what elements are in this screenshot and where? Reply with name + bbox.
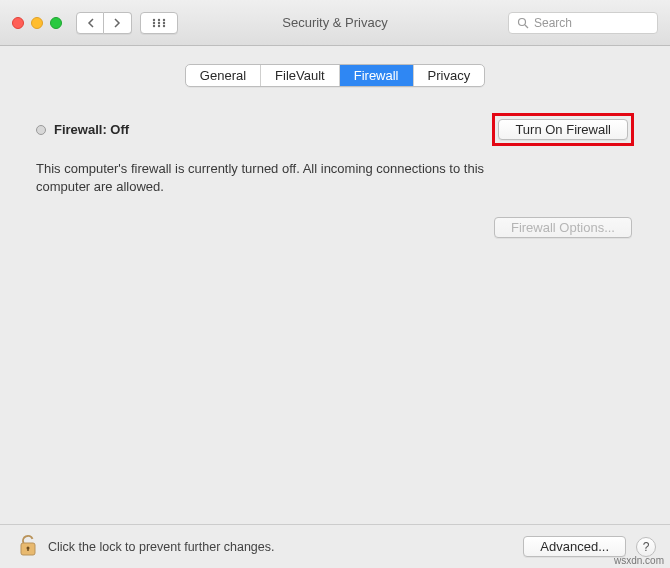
svg-point-1 xyxy=(158,18,160,20)
back-button[interactable] xyxy=(76,12,104,34)
lock-text: Click the lock to prevent further change… xyxy=(48,540,275,554)
lock-icon[interactable] xyxy=(18,533,38,560)
firewall-status-label: Firewall: Off xyxy=(54,122,129,137)
svg-point-4 xyxy=(158,21,160,23)
close-icon[interactable] xyxy=(12,17,24,29)
svg-point-3 xyxy=(153,21,155,23)
tab-filevault[interactable]: FileVault xyxy=(261,65,340,86)
tab-bar: General FileVault Firewall Privacy xyxy=(0,64,670,87)
search-icon xyxy=(517,17,529,29)
svg-point-2 xyxy=(163,18,165,20)
help-button[interactable]: ? xyxy=(636,537,656,557)
advanced-button[interactable]: Advanced... xyxy=(523,536,626,557)
firewall-status-indicator xyxy=(36,125,46,135)
tab-privacy[interactable]: Privacy xyxy=(414,65,485,86)
titlebar: Security & Privacy Search xyxy=(0,0,670,46)
show-all-button[interactable] xyxy=(140,12,178,34)
highlight-annotation: Turn On Firewall xyxy=(492,113,634,146)
minimize-icon[interactable] xyxy=(31,17,43,29)
svg-point-8 xyxy=(163,24,165,26)
grid-icon xyxy=(152,18,166,28)
chevron-right-icon xyxy=(114,18,121,28)
svg-point-0 xyxy=(153,18,155,20)
svg-point-7 xyxy=(158,24,160,26)
tab-general[interactable]: General xyxy=(186,65,261,86)
window-controls xyxy=(12,17,62,29)
forward-button[interactable] xyxy=(104,12,132,34)
tab-firewall[interactable]: Firewall xyxy=(340,65,414,86)
svg-point-6 xyxy=(153,24,155,26)
footer: Click the lock to prevent further change… xyxy=(0,524,670,568)
svg-point-9 xyxy=(519,18,526,25)
content-pane: Firewall: Off Turn On Firewall This comp… xyxy=(0,87,670,260)
search-placeholder: Search xyxy=(534,16,572,30)
turn-on-firewall-button[interactable]: Turn On Firewall xyxy=(498,119,628,140)
nav-buttons xyxy=(76,12,132,34)
maximize-icon[interactable] xyxy=(50,17,62,29)
svg-line-10 xyxy=(525,25,528,28)
svg-point-5 xyxy=(163,21,165,23)
search-input[interactable]: Search xyxy=(508,12,658,34)
firewall-options-button: Firewall Options... xyxy=(494,217,632,238)
chevron-left-icon xyxy=(87,18,94,28)
svg-rect-13 xyxy=(27,548,28,551)
firewall-description: This computer's firewall is currently tu… xyxy=(36,160,536,195)
